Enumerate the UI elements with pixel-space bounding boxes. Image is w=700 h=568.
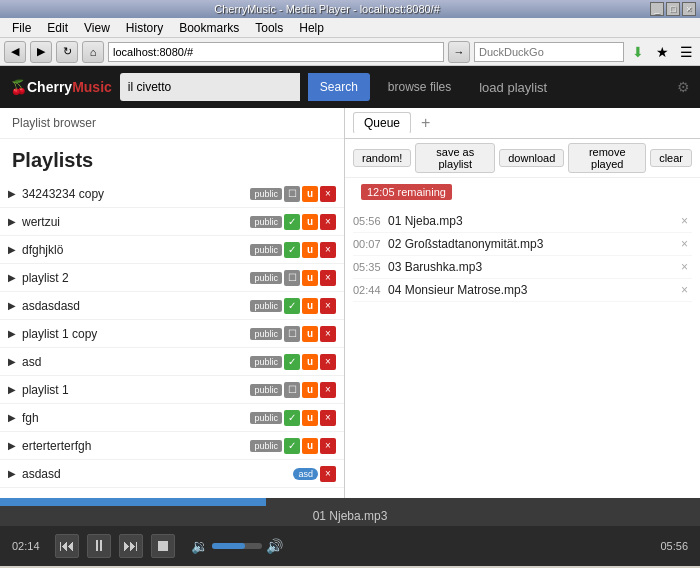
- save-playlist-button[interactable]: save as playlist: [415, 143, 495, 173]
- visibility-badge[interactable]: ☐: [284, 270, 300, 286]
- delete-badge[interactable]: ×: [320, 410, 336, 426]
- header-options-icon[interactable]: ⚙: [677, 79, 690, 95]
- delete-badge[interactable]: ×: [320, 438, 336, 454]
- menu-edit[interactable]: Edit: [39, 19, 76, 37]
- visibility-badge[interactable]: ✓: [284, 242, 300, 258]
- list-item[interactable]: ▶ asd public ✓ u ×: [0, 348, 344, 376]
- delete-badge[interactable]: ×: [320, 242, 336, 258]
- delete-badge[interactable]: ×: [320, 382, 336, 398]
- bookmark-icon[interactable]: ★: [652, 42, 672, 62]
- pause-button[interactable]: ⏸: [87, 534, 111, 558]
- queue-item-name[interactable]: 03 Barushka.mp3: [388, 260, 677, 274]
- edit-badge[interactable]: u: [302, 242, 318, 258]
- volume-bar[interactable]: [212, 543, 262, 549]
- list-item[interactable]: ▶ asdasd asd ×: [0, 460, 344, 488]
- title-bar-buttons: _ □ ×: [650, 2, 696, 16]
- skip-back-button[interactable]: ⏮: [55, 534, 79, 558]
- edit-badge[interactable]: u: [302, 270, 318, 286]
- list-item[interactable]: ▶ wertzui public ✓ u ×: [0, 208, 344, 236]
- skip-forward-button[interactable]: ⏭: [119, 534, 143, 558]
- queue-remove-icon[interactable]: ×: [677, 214, 692, 228]
- list-item[interactable]: ▶ dfghjklö public ✓ u ×: [0, 236, 344, 264]
- queue-remove-icon[interactable]: ×: [677, 283, 692, 297]
- visibility-badge[interactable]: ☐: [284, 382, 300, 398]
- list-item[interactable]: ▶ playlist 1 copy public ☐ u ×: [0, 320, 344, 348]
- delete-badge[interactable]: ×: [320, 270, 336, 286]
- browse-files-link[interactable]: browse files: [378, 80, 461, 94]
- queue-item-name[interactable]: 02 Großstadtanonymität.mp3: [388, 237, 677, 251]
- add-tab-button[interactable]: +: [415, 114, 436, 132]
- progress-bar-container[interactable]: [0, 498, 700, 506]
- queue-item-name[interactable]: 04 Monsieur Matrose.mp3: [388, 283, 677, 297]
- delete-badge[interactable]: ×: [320, 466, 336, 482]
- delete-badge[interactable]: ×: [320, 214, 336, 230]
- clear-button[interactable]: clear: [650, 149, 692, 167]
- playlist-name: fgh: [22, 411, 250, 425]
- list-item[interactable]: ▶ fgh public ✓ u ×: [0, 404, 344, 432]
- list-item[interactable]: ▶ playlist 1 public ☐ u ×: [0, 376, 344, 404]
- playlist-name: asdasd: [22, 467, 293, 481]
- queue-remove-icon[interactable]: ×: [677, 237, 692, 251]
- edit-badge[interactable]: u: [302, 186, 318, 202]
- app-search-input[interactable]: [120, 73, 300, 101]
- visibility-badge[interactable]: ✓: [284, 410, 300, 426]
- playlist-browser-header: Playlist browser: [0, 108, 344, 139]
- home-button[interactable]: ⌂: [82, 41, 104, 63]
- app-search-button[interactable]: Search: [308, 73, 370, 101]
- visibility-badge[interactable]: ☐: [284, 186, 300, 202]
- delete-badge[interactable]: ×: [320, 186, 336, 202]
- list-item[interactable]: ▶ playlist 2 public ☐ u ×: [0, 264, 344, 292]
- random-button[interactable]: random!: [353, 149, 411, 167]
- visibility-badge[interactable]: ✓: [284, 438, 300, 454]
- edit-badge[interactable]: u: [302, 382, 318, 398]
- list-item[interactable]: ▶ erterterterfgh public ✓ u ×: [0, 432, 344, 460]
- remove-played-button[interactable]: remove played: [568, 143, 646, 173]
- go-button[interactable]: →: [448, 41, 470, 63]
- browser-search-input[interactable]: [474, 42, 624, 62]
- visibility-badge[interactable]: ✓: [284, 214, 300, 230]
- tab-queue[interactable]: Queue: [353, 112, 411, 134]
- edit-badge[interactable]: u: [302, 438, 318, 454]
- visibility-badge[interactable]: ☐: [284, 326, 300, 342]
- maximize-button[interactable]: □: [666, 2, 680, 16]
- forward-button[interactable]: ▶: [30, 41, 52, 63]
- playlist-badges: public ☐ u ×: [250, 186, 336, 202]
- progress-bar-fill: [0, 498, 266, 506]
- menu-help[interactable]: Help: [291, 19, 332, 37]
- delete-badge[interactable]: ×: [320, 298, 336, 314]
- playlist-badges: public ☐ u ×: [250, 382, 336, 398]
- list-item[interactable]: ▶ 34243234 copy public ☐ u ×: [0, 180, 344, 208]
- public-badge: public: [250, 216, 282, 228]
- delete-badge[interactable]: ×: [320, 354, 336, 370]
- queue-remove-icon[interactable]: ×: [677, 260, 692, 274]
- queue-item-name[interactable]: 01 Njeba.mp3: [388, 214, 677, 228]
- menu-bookmarks[interactable]: Bookmarks: [171, 19, 247, 37]
- refresh-button[interactable]: ↻: [56, 41, 78, 63]
- visibility-badge[interactable]: ✓: [284, 354, 300, 370]
- back-button[interactable]: ◀: [4, 41, 26, 63]
- edit-badge[interactable]: u: [302, 298, 318, 314]
- visibility-badge[interactable]: ✓: [284, 298, 300, 314]
- delete-badge[interactable]: ×: [320, 326, 336, 342]
- download-button[interactable]: download: [499, 149, 564, 167]
- download-icon[interactable]: ⬇: [628, 42, 648, 62]
- playlist-arrow-icon: ▶: [8, 356, 16, 367]
- address-bar[interactable]: [108, 42, 444, 62]
- playlist-name: asdasdasd: [22, 299, 250, 313]
- edit-badge[interactable]: u: [302, 214, 318, 230]
- menu-icon[interactable]: ☰: [676, 42, 696, 62]
- menu-history[interactable]: History: [118, 19, 171, 37]
- load-playlist-link[interactable]: load playlist: [469, 80, 557, 95]
- edit-badge[interactable]: u: [302, 354, 318, 370]
- menu-tools[interactable]: Tools: [247, 19, 291, 37]
- close-button[interactable]: ×: [682, 2, 696, 16]
- minimize-button[interactable]: _: [650, 2, 664, 16]
- menu-file[interactable]: File: [4, 19, 39, 37]
- stop-button[interactable]: ⏹: [151, 534, 175, 558]
- menu-view[interactable]: View: [76, 19, 118, 37]
- playlist-badges: public ✓ u ×: [250, 242, 336, 258]
- edit-badge[interactable]: u: [302, 410, 318, 426]
- public-badge: public: [250, 244, 282, 256]
- list-item[interactable]: ▶ asdasdasd public ✓ u ×: [0, 292, 344, 320]
- edit-badge[interactable]: u: [302, 326, 318, 342]
